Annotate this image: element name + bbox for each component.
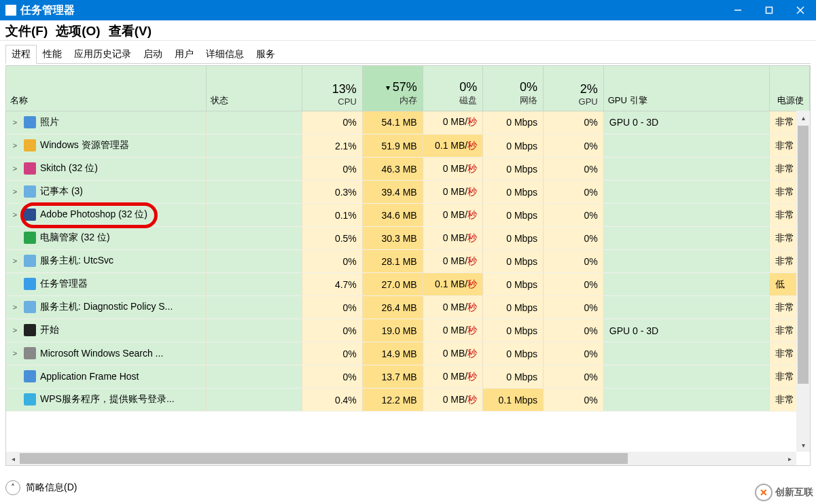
window-title: 任务管理器 <box>20 3 722 18</box>
cell-memory: 26.4 MB <box>362 296 423 319</box>
scroll-right-icon[interactable]: ▸ <box>783 452 796 465</box>
table-row[interactable]: Application Frame Host0%13.7 MB0 MB/秒0 M… <box>6 365 810 389</box>
col-gpu[interactable]: 2%GPU <box>544 66 604 111</box>
cell-gpu: 0% <box>544 111 604 134</box>
table-row[interactable]: >照片0%54.1 MB0 MB/秒0 Mbps0%GPU 0 - 3D非常 <box>6 111 810 134</box>
process-name: Application Frame Host <box>40 371 139 382</box>
table-row[interactable]: >服务主机: UtcSvc0%28.1 MB0 MB/秒0 Mbps0%非常 <box>6 250 810 273</box>
cell-gpu-engine <box>603 273 769 296</box>
cell-network: 0 Mbps <box>483 319 544 342</box>
cell-cpu: 0% <box>302 342 362 365</box>
tab-5[interactable]: 详细信息 <box>200 45 250 64</box>
vertical-scrollbar[interactable]: ▴ ▾ <box>796 111 810 452</box>
table-row[interactable]: >Microsoft Windows Search ...0%14.9 MB0 … <box>6 342 810 365</box>
table-row[interactable]: >Skitch (32 位)0%46.3 MB0 MB/秒0 Mbps0%非常 <box>6 158 810 181</box>
app-icon <box>5 5 16 16</box>
process-table-container: 名称 状态 13%CPU ▾57%内存 0%磁盘 0%网络 2%GPU GPU … <box>5 65 811 466</box>
cell-gpu: 0% <box>544 250 604 273</box>
tab-1[interactable]: 性能 <box>37 45 68 64</box>
table-row[interactable]: >开始0%19.0 MB0 MB/秒0 Mbps0%GPU 0 - 3D非常 <box>6 319 810 342</box>
tab-6[interactable]: 服务 <box>250 45 281 64</box>
cell-disk: 0 MB/秒 <box>423 227 483 250</box>
cell-disk: 0 MB/秒 <box>423 389 483 412</box>
expand-icon[interactable]: > <box>10 303 20 311</box>
cell-gpu-engine <box>603 204 769 227</box>
cell-gpu: 0% <box>544 134 604 158</box>
table-row[interactable]: >服务主机: Diagnostic Policy S...0%26.4 MB0 … <box>6 296 810 319</box>
col-power[interactable]: 电源使 <box>769 66 809 111</box>
scroll-up-icon[interactable]: ▴ <box>796 111 810 124</box>
process-name: 服务主机: UtcSvc <box>40 255 113 267</box>
vscroll-thumb[interactable] <box>798 126 809 384</box>
table-row[interactable]: 电脑管家 (32 位)0.5%30.3 MB0 MB/秒0 Mbps0%非常 <box>6 227 810 250</box>
menu-options[interactable]: 选项(O) <box>56 22 100 40</box>
expand-icon[interactable]: > <box>10 326 20 334</box>
maximize-button[interactable] <box>753 0 785 20</box>
scroll-left-icon[interactable]: ◂ <box>6 452 20 466</box>
cell-gpu-engine <box>603 342 769 365</box>
menu-file[interactable]: 文件(F) <box>5 22 48 40</box>
expand-icon[interactable]: > <box>10 141 20 149</box>
col-gpu-engine[interactable]: GPU 引擎 <box>603 66 769 111</box>
cell-network: 0.1 Mbps <box>483 389 544 412</box>
col-memory[interactable]: ▾57%内存 <box>362 66 423 111</box>
cell-memory: 12.2 MB <box>362 389 423 412</box>
cell-cpu: 0% <box>302 158 362 181</box>
cell-memory: 27.0 MB <box>362 273 423 296</box>
expand-icon[interactable]: > <box>10 349 20 357</box>
tab-4[interactable]: 用户 <box>168 45 200 64</box>
table-row[interactable]: 任务管理器4.7%27.0 MB0.1 MB/秒0 Mbps0%低 <box>6 273 810 296</box>
expand-icon[interactable]: > <box>10 164 20 173</box>
table-row[interactable]: >Adobe Photoshop (32 位)0.1%34.6 MB0 MB/秒… <box>6 204 810 227</box>
hscroll-thumb[interactable] <box>20 453 628 464</box>
watermark-text: 创新互联 <box>775 486 813 499</box>
cell-status <box>207 158 302 181</box>
cell-memory: 14.9 MB <box>362 342 423 365</box>
table-row[interactable]: >记事本 (3)0.3%39.4 MB0 MB/秒0 Mbps0%非常 <box>6 181 810 204</box>
col-status[interactable]: 状态 <box>207 66 302 111</box>
process-icon <box>24 393 36 406</box>
expand-icon[interactable]: > <box>10 187 20 196</box>
tab-3[interactable]: 启动 <box>137 45 168 64</box>
tab-2[interactable]: 应用历史记录 <box>68 45 137 64</box>
cell-gpu-engine <box>603 134 769 158</box>
expand-icon[interactable]: > <box>10 211 20 219</box>
expand-icon[interactable]: > <box>10 118 20 126</box>
cell-gpu-engine: GPU 0 - 3D <box>603 111 769 134</box>
cell-cpu: 0% <box>302 111 362 134</box>
cell-disk: 0 MB/秒 <box>423 319 483 342</box>
col-disk[interactable]: 0%磁盘 <box>423 66 483 111</box>
process-icon <box>24 278 36 290</box>
process-name: Windows 资源管理器 <box>40 139 129 151</box>
col-name[interactable]: 名称 <box>6 66 207 111</box>
cell-status <box>207 227 302 250</box>
cell-status <box>207 389 302 412</box>
horizontal-scrollbar[interactable]: ◂ ▸ <box>6 452 796 465</box>
cell-cpu: 0.4% <box>302 389 362 412</box>
cell-status <box>207 250 302 273</box>
scroll-down-icon[interactable]: ▾ <box>796 438 810 452</box>
cell-cpu: 2.1% <box>302 134 362 158</box>
table-row[interactable]: >Windows 资源管理器2.1%51.9 MB0.1 MB/秒0 Mbps0… <box>6 134 810 158</box>
table-row[interactable]: WPS服务程序，提供账号登录...0.4%12.2 MB0 MB/秒0.1 Mb… <box>6 389 810 412</box>
process-name: 照片 <box>40 116 59 128</box>
menu-view[interactable]: 查看(V) <box>109 22 152 40</box>
col-network[interactable]: 0%网络 <box>483 66 544 111</box>
cell-memory: 13.7 MB <box>362 365 423 389</box>
cell-status <box>207 365 302 389</box>
cell-status <box>207 204 302 227</box>
close-button[interactable] <box>785 0 816 20</box>
cell-status <box>207 342 302 365</box>
process-name: Microsoft Windows Search ... <box>40 348 163 359</box>
cell-network: 0 Mbps <box>483 181 544 204</box>
tab-0[interactable]: 进程 <box>5 45 37 64</box>
fewer-details-icon[interactable]: ˄ <box>5 480 20 495</box>
minimize-button[interactable] <box>722 0 753 20</box>
cell-network: 0 Mbps <box>483 342 544 365</box>
fewer-details-link[interactable]: 简略信息(D) <box>26 482 77 494</box>
col-cpu[interactable]: 13%CPU <box>302 66 362 111</box>
cell-memory: 34.6 MB <box>362 204 423 227</box>
expand-icon[interactable]: > <box>10 257 20 265</box>
cell-gpu: 0% <box>544 181 604 204</box>
cell-disk: 0 MB/秒 <box>423 250 483 273</box>
